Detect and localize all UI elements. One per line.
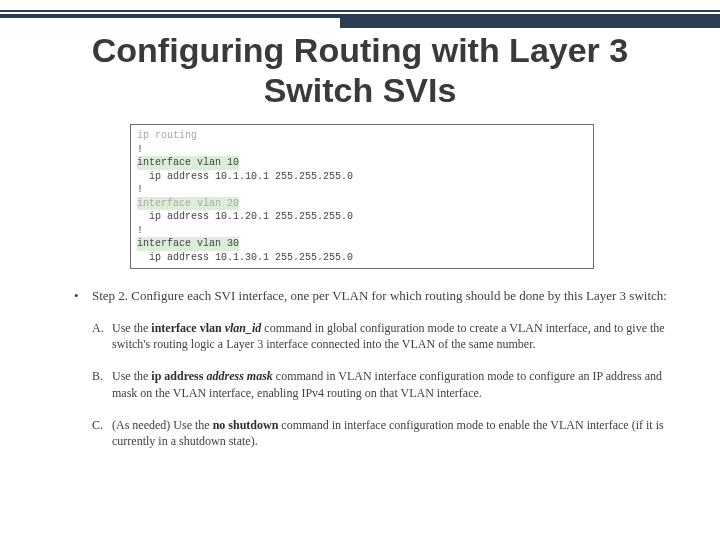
code-line: ip address 10.1.20.1 255.255.255.0 — [137, 210, 587, 224]
code-highlight: interface vlan 10 — [137, 156, 239, 170]
code-line: interface vlan 20 — [137, 197, 587, 211]
code-highlight: interface vlan 30 — [137, 237, 239, 251]
cmd-arg: address mask — [206, 369, 272, 383]
title-line-2: Switch SVIs — [264, 71, 457, 109]
code-line: ip routing — [137, 129, 587, 143]
substep-label: A. — [92, 320, 104, 336]
substep-b: B. Use the ip address address mask comma… — [92, 368, 674, 400]
slide: Configuring Routing with Layer 3 Switch … — [0, 0, 720, 540]
cmd-bold: interface vlan — [151, 321, 224, 335]
deco-accent-bar — [340, 16, 720, 28]
cmd-bold: ip address — [151, 369, 206, 383]
body-text: Step 2. Configure each SVI interface, on… — [74, 288, 674, 465]
substep-c: C. (As needed) Use the no shutdown comma… — [92, 417, 674, 449]
code-line: ! — [137, 143, 587, 157]
code-line: ! — [137, 183, 587, 197]
step-bullet: Step 2. Configure each SVI interface, on… — [74, 288, 674, 304]
code-line: ip address 10.1.10.1 255.255.255.0 — [137, 170, 587, 184]
step-text: Step 2. Configure each SVI interface, on… — [92, 288, 667, 303]
substep-label: C. — [92, 417, 103, 433]
header-decoration — [0, 10, 720, 30]
cmd-arg: vlan_id — [225, 321, 262, 335]
config-code-block: ip routing ! interface vlan 10 ip addres… — [130, 124, 594, 269]
deco-line-thin — [0, 10, 720, 12]
code-highlight: interface vlan 20 — [137, 197, 239, 211]
substep-pre: Use the — [112, 369, 151, 383]
substep-pre: (As needed) Use the — [112, 418, 213, 432]
code-line: ip address 10.1.30.1 255.255.255.0 — [137, 251, 587, 265]
cmd-bold: no shutdown — [213, 418, 279, 432]
substep-a: A. Use the interface vlan vlan_id comman… — [92, 320, 674, 352]
title-line-1: Configuring Routing with Layer 3 — [92, 31, 628, 69]
slide-title: Configuring Routing with Layer 3 Switch … — [0, 30, 720, 110]
code-line: ! — [137, 224, 587, 238]
substep-pre: Use the — [112, 321, 151, 335]
code-line: interface vlan 10 — [137, 156, 587, 170]
substep-label: B. — [92, 368, 103, 384]
code-line: interface vlan 30 — [137, 237, 587, 251]
